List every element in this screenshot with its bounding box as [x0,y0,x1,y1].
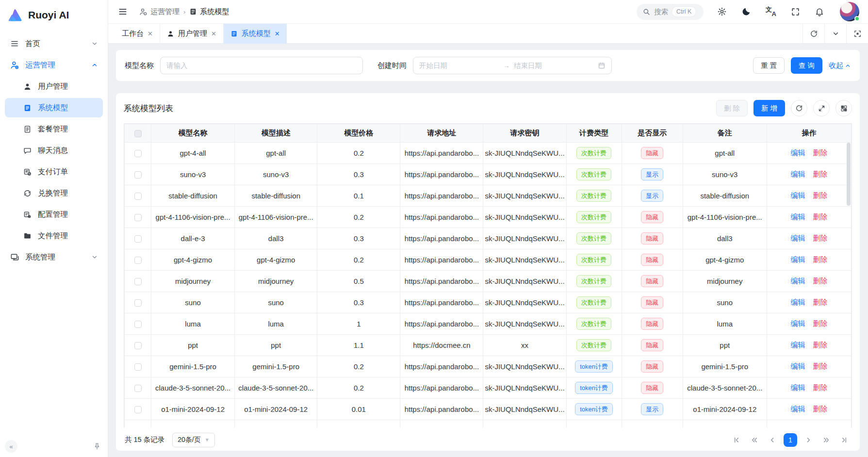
sidebar-item-package-management[interactable]: 套餐管理 [5,119,103,139]
row-checkbox[interactable] [134,321,142,328]
add-button[interactable]: 新 增 [753,100,785,116]
close-icon[interactable]: ✕ [275,30,280,37]
scrollbar-thumb[interactable] [847,143,851,206]
billing-type-badge: token计费 [575,382,613,394]
row-checkbox[interactable] [134,278,142,285]
tab-system-model[interactable]: 系统模型 ✕ [224,24,287,44]
jump-forward-button[interactable] [819,433,833,447]
delete-link[interactable]: 删除 [813,212,827,221]
delete-link[interactable]: 删除 [813,298,827,306]
sidebar-item-operations[interactable]: 运营管理 [5,55,103,75]
edit-link[interactable]: 编辑 [790,255,805,263]
row-checkbox[interactable] [134,257,142,264]
delete-link[interactable]: 删除 [813,362,827,370]
tab-user-management[interactable]: 用户管理 ✕ [160,24,224,44]
chevron-down-icon[interactable] [824,24,846,43]
notification-bell-icon[interactable] [813,5,826,18]
row-checkbox[interactable] [134,171,142,179]
date-range-picker[interactable]: → [413,57,612,74]
select-all-checkbox[interactable] [134,130,142,137]
edit-link[interactable]: 编辑 [790,170,805,178]
row-checkbox[interactable] [134,363,142,371]
translate-icon[interactable]: 文A [764,4,778,19]
fullscreen-icon[interactable] [789,5,802,18]
edit-link[interactable]: 编辑 [790,383,805,392]
breadcrumb-item-operations[interactable]: 运营管理 [139,7,180,16]
delete-link[interactable]: 删除 [813,277,827,285]
delete-link[interactable]: 删除 [813,148,827,157]
delete-link[interactable]: 删除 [813,234,827,242]
edit-link[interactable]: 编辑 [790,341,805,349]
current-page-button[interactable]: 1 [784,433,797,447]
delete-link[interactable]: 删除 [813,341,827,349]
sidebar-item-file-management[interactable]: 文件管理 [5,226,103,245]
close-icon[interactable]: ✕ [211,30,216,37]
edit-link[interactable]: 编辑 [790,212,805,221]
prev-page-button[interactable] [766,433,779,447]
pin-icon[interactable] [93,442,101,450]
sidebar-item-system-management[interactable]: 系统管理 [5,247,103,267]
jump-back-button[interactable] [748,433,761,447]
sidebar-item-config-management[interactable]: 配置管理 [5,205,103,224]
table-scrollbar[interactable] [847,143,851,428]
edit-link[interactable]: 编辑 [790,319,805,327]
edit-link[interactable]: 编辑 [790,234,805,242]
content-fullscreen-icon[interactable] [846,24,868,43]
tab-workbench[interactable]: 工作台 ✕ [115,24,160,44]
delete-link[interactable]: 删除 [813,170,827,178]
row-checkbox[interactable] [134,193,142,200]
document-icon [230,30,238,37]
refresh-table-icon[interactable] [791,100,807,116]
row-checkbox[interactable] [134,150,142,157]
sidebar-item-system-model[interactable]: 系统模型 [5,98,103,117]
edit-link[interactable]: 编辑 [790,191,805,199]
row-checkbox[interactable] [134,214,142,221]
edit-link[interactable]: 编辑 [790,298,805,306]
caret-down-icon: ▼ [205,437,210,442]
edit-link[interactable]: 编辑 [790,148,805,157]
refresh-icon[interactable] [802,24,824,43]
sidebar-item-user-management[interactable]: 用户管理 [5,77,103,96]
row-checkbox[interactable] [134,385,142,392]
next-page-button[interactable] [802,433,815,447]
row-checkbox[interactable] [134,299,142,307]
sidebar-item-payment-orders[interactable]: 支付订单 [5,162,103,181]
sidebar-item-exchange-management[interactable]: 兑换管理 [5,183,103,203]
sidebar-item-chat-messages[interactable]: 聊天消息 [5,141,103,160]
collapse-filter-link[interactable]: 收起 [829,61,851,70]
column-settings-icon[interactable] [835,100,852,116]
close-icon[interactable]: ✕ [147,30,153,37]
expand-table-icon[interactable] [813,100,830,116]
sidebar-item-home[interactable]: 首页 [5,34,103,53]
settings-gear-icon[interactable] [715,5,729,18]
dark-mode-moon-icon[interactable] [739,5,753,18]
model-name-input[interactable] [160,57,363,74]
row-checkbox[interactable] [134,406,142,413]
sidebar-collapse-button[interactable]: « [5,440,17,453]
query-button[interactable]: 查 询 [791,57,822,74]
cell-select [125,377,151,399]
page-size-select[interactable]: 20条/页 ▼ [172,433,214,447]
last-page-button[interactable] [837,433,851,447]
delete-link[interactable]: 删除 [813,383,827,392]
delete-link[interactable]: 删除 [813,319,827,327]
delete-link[interactable]: 删除 [813,191,827,199]
reset-button[interactable]: 重 置 [753,57,785,74]
row-checkbox[interactable] [134,235,142,243]
end-date-input[interactable] [514,62,594,69]
global-search[interactable]: 搜索 Ctrl K [637,4,704,20]
billing-type-badge: 次数计费 [576,147,611,159]
delete-link[interactable]: 删除 [813,405,827,413]
start-date-input[interactable] [419,62,499,69]
batch-delete-button[interactable]: 删 除 [716,100,748,116]
edit-link[interactable]: 编辑 [790,362,805,370]
visibility-badge: 隐藏 [641,318,663,330]
delete-link[interactable]: 删除 [813,255,827,263]
edit-link[interactable]: 编辑 [790,277,805,285]
user-avatar[interactable] [840,2,859,21]
row-checkbox[interactable] [134,342,142,349]
edit-link[interactable]: 编辑 [790,405,805,413]
first-page-button[interactable] [730,433,743,447]
brand-logo[interactable]: Ruoyi AI [0,0,108,28]
hamburger-menu-icon[interactable] [116,5,130,18]
